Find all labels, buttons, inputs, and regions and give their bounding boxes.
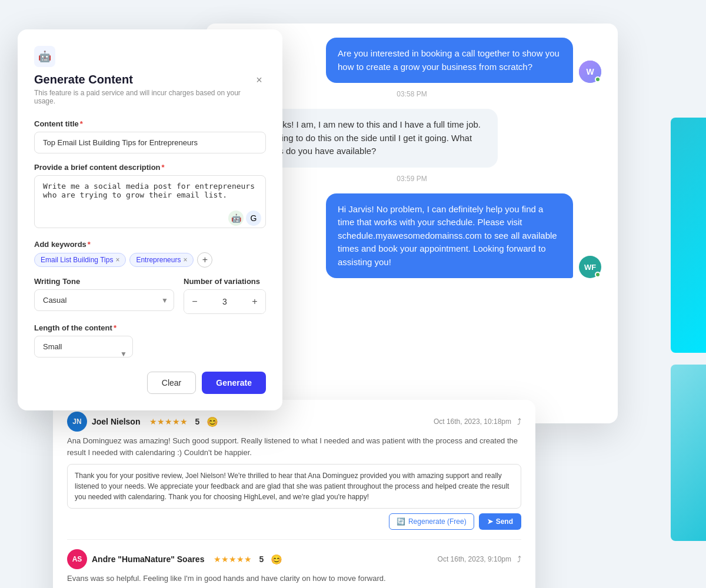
increase-variations-button[interactable]: +	[244, 290, 265, 313]
keywords-label: Add keywords*	[34, 240, 266, 249]
rating-emoji-2: 😊	[271, 554, 282, 565]
textarea-wrapper: Write me a social media post for entrepr…	[34, 175, 266, 230]
online-indicator-1	[595, 76, 601, 82]
writing-tone-field: Writing Tone Casual Professional Friendl…	[34, 277, 174, 314]
clear-button[interactable]: Clear	[147, 372, 196, 394]
keywords-row: Email List Building Tips × Entrepreneurs…	[34, 252, 266, 268]
keywords-field: Add keywords* Email List Building Tips ×…	[34, 240, 266, 268]
reviewer-initials-1: JN	[72, 417, 81, 426]
review-header-2: AS Andre "HumaNature" Soares ★★★★★ 5 😊 O…	[67, 549, 521, 569]
reviewer-name-2: Andre "HumaNature" Soares	[92, 554, 204, 564]
review-text-1: Ana Dominguez was amazing! Such good sup…	[67, 435, 521, 458]
review-header-1: JN Joel Nielson ★★★★★ 5 😊 Oct 16th, 2023…	[67, 412, 521, 432]
share-icon-1[interactable]: ⤴	[517, 417, 521, 426]
teal-decoration-1	[671, 118, 706, 353]
message-bubble-3: Hi Jarvis! No problem, I can definitely …	[326, 193, 573, 279]
tone-variations-row: Writing Tone Casual Professional Friendl…	[34, 277, 266, 314]
textarea-icon-row: 🤖 G	[228, 211, 261, 226]
keyword-tag-1: Entrepreneurs ×	[129, 253, 194, 267]
add-keyword-button[interactable]: +	[197, 252, 212, 268]
content-title-label: Content title*	[34, 119, 266, 128]
content-desc-label: Provide a brief content description*	[34, 163, 266, 172]
close-button[interactable]: ×	[252, 73, 266, 87]
keyword-remove-0[interactable]: ×	[115, 256, 119, 264]
review-meta-1: Oct 16th, 2023, 10:18pm ⤴	[434, 417, 521, 426]
review-meta-2: Oct 16th, 2023, 9:10pm ⤴	[438, 554, 521, 564]
sender-avatar-1: W	[579, 61, 601, 83]
regenerate-label-1: Regenerate (Free)	[408, 517, 467, 526]
send-icon-1: ➤	[487, 517, 493, 526]
regenerate-button-1[interactable]: 🔄 Regenerate (Free)	[389, 513, 474, 530]
stars-1: ★★★★★	[149, 417, 188, 426]
reviews-panel: JN Joel Nielson ★★★★★ 5 😊 Oct 16th, 2023…	[53, 400, 535, 588]
writing-tone-select[interactable]: Casual Professional Friendly Formal	[34, 289, 174, 311]
keyword-text-1: Entrepreneurs	[136, 256, 181, 264]
review-date-1: Oct 16th, 2023, 10:18pm	[434, 417, 511, 426]
reviewer-avatar-1: JN	[67, 412, 87, 432]
sender-avatar-3: WF	[579, 256, 601, 278]
rating-emoji-1: 😊	[207, 416, 218, 427]
length-select-wrap: Small Medium Large ▼	[34, 336, 133, 372]
writing-tone-label: Writing Tone	[34, 277, 174, 286]
modal-title: Generate Content	[34, 73, 252, 86]
avatar-initials-1: W	[586, 67, 594, 76]
content-desc-field: Provide a brief content description* Wri…	[34, 163, 266, 230]
regenerate-icon-1: 🔄	[397, 517, 405, 526]
message-bubble-2: Thanks! I am, I am new to this and I hav…	[251, 109, 498, 168]
teal-decoration-2	[671, 365, 706, 541]
length-select[interactable]: Small Medium Large	[34, 336, 133, 358]
review-text-2: Evans was so helpful. Feeling like I'm i…	[67, 573, 521, 584]
review-item-1: JN Joel Nielson ★★★★★ 5 😊 Oct 16th, 2023…	[67, 412, 521, 540]
writing-tone-select-wrap: Casual Professional Friendly Formal ▼	[34, 289, 174, 311]
generate-content-modal: 🤖 Generate Content This feature is a pai…	[18, 29, 282, 410]
length-label: Length of the content*	[34, 323, 266, 332]
modal-footer: Clear Generate	[34, 372, 266, 394]
decrease-variations-button[interactable]: −	[184, 290, 205, 313]
content-title-field: Content title*	[34, 119, 266, 163]
variations-field: Number of variations − 3 +	[184, 277, 266, 314]
reply-text-1: Thank you for your positive review, Joel…	[75, 472, 509, 501]
reply-actions-1: 🔄 Regenerate (Free) ➤ Send	[67, 513, 521, 530]
reviewer-name-1: Joel Nielson	[92, 417, 140, 426]
modal-robot-icon: 🤖	[34, 46, 55, 67]
reviewer-initials-2: AS	[72, 555, 82, 563]
keyword-remove-1[interactable]: ×	[183, 256, 187, 264]
share-icon-2[interactable]: ⤴	[517, 554, 521, 564]
length-field: Length of the content* Small Medium Larg…	[34, 323, 266, 372]
modal-subtitle: This feature is a paid service and will …	[34, 89, 252, 105]
reply-box-1: Thank you for your positive review, Joel…	[67, 464, 521, 509]
stars-2: ★★★★★	[214, 554, 252, 564]
textarea-ai-icon[interactable]: 🤖	[228, 211, 244, 226]
rating-number-2: 5	[259, 554, 264, 564]
online-indicator-3	[595, 272, 601, 278]
reviewer-info-1: JN Joel Nielson ★★★★★ 5 😊	[67, 412, 218, 432]
generate-button[interactable]: Generate	[202, 372, 266, 394]
review-item-2: AS Andre "HumaNature" Soares ★★★★★ 5 😊 O…	[67, 549, 521, 588]
message-text-2: Thanks! I am, I am new to this and I hav…	[262, 119, 481, 156]
variations-label: Number of variations	[184, 277, 266, 286]
send-label-1: Send	[496, 517, 513, 526]
content-title-input[interactable]	[34, 132, 266, 153]
reviewer-avatar-2: AS	[67, 549, 87, 569]
rating-number-1: 5	[195, 417, 199, 426]
modal-header: Generate Content This feature is a paid …	[34, 73, 266, 116]
review-date-2: Oct 16th, 2023, 9:10pm	[438, 555, 511, 563]
variations-value: 3	[205, 297, 244, 306]
variations-control: − 3 +	[184, 289, 266, 314]
message-bubble-1: Are you interested in booking a call tog…	[326, 38, 573, 83]
keyword-tag-0: Email List Building Tips ×	[34, 253, 126, 267]
send-button-1[interactable]: ➤ Send	[479, 513, 521, 530]
avatar-initials-3: WF	[584, 263, 596, 272]
reviewer-info-2: AS Andre "HumaNature" Soares ★★★★★ 5 😊	[67, 549, 282, 569]
textarea-grammar-icon[interactable]: G	[246, 211, 261, 226]
message-text-3: Hi Jarvis! No problem, I can definitely …	[338, 204, 557, 267]
keyword-text-0: Email List Building Tips	[41, 256, 113, 264]
message-text-1: Are you interested in booking a call tog…	[338, 48, 560, 72]
